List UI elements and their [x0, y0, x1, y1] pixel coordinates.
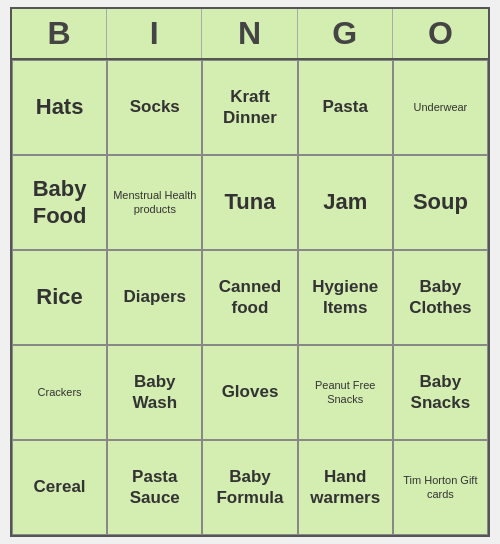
- bingo-grid: HatsSocksKraft DinnerPastaUnderwearBaby …: [12, 60, 488, 535]
- bingo-cell: Baby Clothes: [393, 250, 488, 345]
- bingo-cell: Baby Food: [12, 155, 107, 250]
- bingo-cell: Gloves: [202, 345, 297, 440]
- header-letter: N: [202, 9, 297, 58]
- bingo-cell: Cereal: [12, 440, 107, 535]
- bingo-card: BINGO HatsSocksKraft DinnerPastaUnderwea…: [10, 7, 490, 537]
- bingo-cell: Baby Wash: [107, 345, 202, 440]
- bingo-cell: Diapers: [107, 250, 202, 345]
- bingo-cell: Menstrual Health products: [107, 155, 202, 250]
- bingo-cell: Tim Horton Gift cards: [393, 440, 488, 535]
- bingo-cell: Crackers: [12, 345, 107, 440]
- bingo-cell: Kraft Dinner: [202, 60, 297, 155]
- bingo-cell: Canned food: [202, 250, 297, 345]
- bingo-cell: Peanut Free Snacks: [298, 345, 393, 440]
- bingo-cell: Jam: [298, 155, 393, 250]
- bingo-cell: Rice: [12, 250, 107, 345]
- header-letter: B: [12, 9, 107, 58]
- bingo-cell: Underwear: [393, 60, 488, 155]
- bingo-cell: Baby Snacks: [393, 345, 488, 440]
- bingo-cell: Pasta Sauce: [107, 440, 202, 535]
- header-letter: G: [298, 9, 393, 58]
- bingo-cell: Hygiene Items: [298, 250, 393, 345]
- header-letter: O: [393, 9, 488, 58]
- bingo-cell: Pasta: [298, 60, 393, 155]
- header-letter: I: [107, 9, 202, 58]
- bingo-cell: Hats: [12, 60, 107, 155]
- bingo-cell: Hand warmers: [298, 440, 393, 535]
- bingo-cell: Tuna: [202, 155, 297, 250]
- bingo-cell: Baby Formula: [202, 440, 297, 535]
- bingo-cell: Soup: [393, 155, 488, 250]
- bingo-header: BINGO: [12, 9, 488, 60]
- bingo-cell: Socks: [107, 60, 202, 155]
